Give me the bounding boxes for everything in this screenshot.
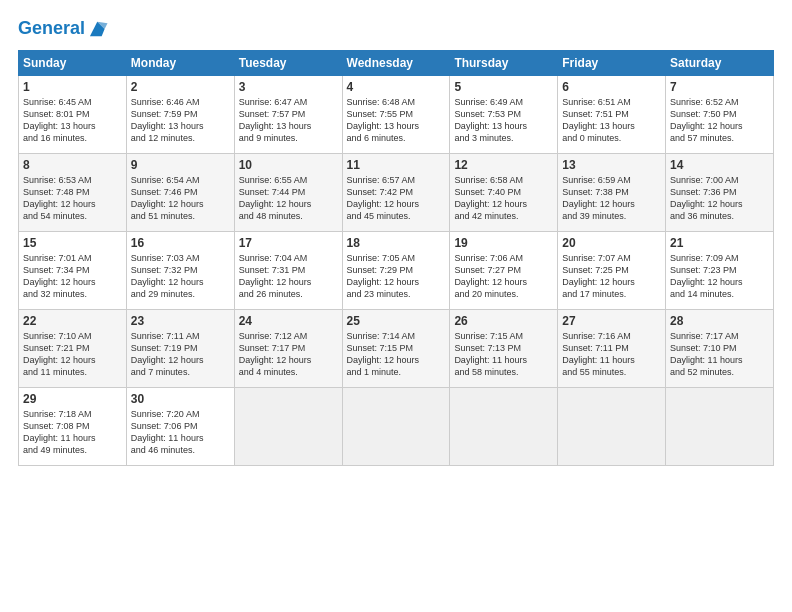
day-number: 3 — [239, 80, 338, 94]
calendar-cell: 19Sunrise: 7:06 AM Sunset: 7:27 PM Dayli… — [450, 232, 558, 310]
calendar-cell: 15Sunrise: 7:01 AM Sunset: 7:34 PM Dayli… — [19, 232, 127, 310]
day-info: Sunrise: 6:55 AM Sunset: 7:44 PM Dayligh… — [239, 174, 338, 223]
header-day-saturday: Saturday — [666, 51, 774, 76]
calendar-cell: 11Sunrise: 6:57 AM Sunset: 7:42 PM Dayli… — [342, 154, 450, 232]
day-info: Sunrise: 7:05 AM Sunset: 7:29 PM Dayligh… — [347, 252, 446, 301]
day-number: 30 — [131, 392, 230, 406]
week-row-5: 29Sunrise: 7:18 AM Sunset: 7:08 PM Dayli… — [19, 388, 774, 466]
calendar-cell: 30Sunrise: 7:20 AM Sunset: 7:06 PM Dayli… — [126, 388, 234, 466]
day-info: Sunrise: 6:46 AM Sunset: 7:59 PM Dayligh… — [131, 96, 230, 145]
day-info: Sunrise: 6:52 AM Sunset: 7:50 PM Dayligh… — [670, 96, 769, 145]
day-info: Sunrise: 7:07 AM Sunset: 7:25 PM Dayligh… — [562, 252, 661, 301]
calendar-cell: 18Sunrise: 7:05 AM Sunset: 7:29 PM Dayli… — [342, 232, 450, 310]
day-number: 7 — [670, 80, 769, 94]
calendar-cell: 14Sunrise: 7:00 AM Sunset: 7:36 PM Dayli… — [666, 154, 774, 232]
logo: General — [18, 18, 109, 40]
day-info: Sunrise: 7:12 AM Sunset: 7:17 PM Dayligh… — [239, 330, 338, 379]
day-info: Sunrise: 6:59 AM Sunset: 7:38 PM Dayligh… — [562, 174, 661, 223]
calendar-cell: 12Sunrise: 6:58 AM Sunset: 7:40 PM Dayli… — [450, 154, 558, 232]
day-number: 8 — [23, 158, 122, 172]
day-info: Sunrise: 7:10 AM Sunset: 7:21 PM Dayligh… — [23, 330, 122, 379]
day-number: 24 — [239, 314, 338, 328]
calendar-cell: 13Sunrise: 6:59 AM Sunset: 7:38 PM Dayli… — [558, 154, 666, 232]
day-number: 9 — [131, 158, 230, 172]
day-number: 6 — [562, 80, 661, 94]
day-number: 28 — [670, 314, 769, 328]
day-info: Sunrise: 7:18 AM Sunset: 7:08 PM Dayligh… — [23, 408, 122, 457]
header-row: SundayMondayTuesdayWednesdayThursdayFrid… — [19, 51, 774, 76]
calendar-cell: 6Sunrise: 6:51 AM Sunset: 7:51 PM Daylig… — [558, 76, 666, 154]
day-info: Sunrise: 6:47 AM Sunset: 7:57 PM Dayligh… — [239, 96, 338, 145]
calendar-cell: 5Sunrise: 6:49 AM Sunset: 7:53 PM Daylig… — [450, 76, 558, 154]
day-number: 19 — [454, 236, 553, 250]
day-number: 26 — [454, 314, 553, 328]
day-number: 20 — [562, 236, 661, 250]
calendar-cell: 26Sunrise: 7:15 AM Sunset: 7:13 PM Dayli… — [450, 310, 558, 388]
header-day-wednesday: Wednesday — [342, 51, 450, 76]
day-number: 4 — [347, 80, 446, 94]
day-info: Sunrise: 6:49 AM Sunset: 7:53 PM Dayligh… — [454, 96, 553, 145]
day-info: Sunrise: 6:57 AM Sunset: 7:42 PM Dayligh… — [347, 174, 446, 223]
week-row-2: 8Sunrise: 6:53 AM Sunset: 7:48 PM Daylig… — [19, 154, 774, 232]
day-info: Sunrise: 7:14 AM Sunset: 7:15 PM Dayligh… — [347, 330, 446, 379]
calendar-cell — [234, 388, 342, 466]
day-info: Sunrise: 7:16 AM Sunset: 7:11 PM Dayligh… — [562, 330, 661, 379]
day-number: 5 — [454, 80, 553, 94]
day-number: 17 — [239, 236, 338, 250]
calendar-cell — [342, 388, 450, 466]
calendar-cell: 21Sunrise: 7:09 AM Sunset: 7:23 PM Dayli… — [666, 232, 774, 310]
calendar-cell: 16Sunrise: 7:03 AM Sunset: 7:32 PM Dayli… — [126, 232, 234, 310]
day-info: Sunrise: 7:17 AM Sunset: 7:10 PM Dayligh… — [670, 330, 769, 379]
logo-text: General — [18, 18, 85, 40]
day-info: Sunrise: 7:15 AM Sunset: 7:13 PM Dayligh… — [454, 330, 553, 379]
day-info: Sunrise: 6:54 AM Sunset: 7:46 PM Dayligh… — [131, 174, 230, 223]
week-row-4: 22Sunrise: 7:10 AM Sunset: 7:21 PM Dayli… — [19, 310, 774, 388]
day-info: Sunrise: 7:20 AM Sunset: 7:06 PM Dayligh… — [131, 408, 230, 457]
calendar-cell: 9Sunrise: 6:54 AM Sunset: 7:46 PM Daylig… — [126, 154, 234, 232]
day-number: 27 — [562, 314, 661, 328]
header: General — [18, 18, 774, 40]
header-day-tuesday: Tuesday — [234, 51, 342, 76]
day-info: Sunrise: 7:01 AM Sunset: 7:34 PM Dayligh… — [23, 252, 122, 301]
header-day-monday: Monday — [126, 51, 234, 76]
calendar-cell: 24Sunrise: 7:12 AM Sunset: 7:17 PM Dayli… — [234, 310, 342, 388]
page: General SundayMondayTuesdayWednesdayThur… — [0, 0, 792, 612]
calendar-cell: 2Sunrise: 6:46 AM Sunset: 7:59 PM Daylig… — [126, 76, 234, 154]
day-info: Sunrise: 7:09 AM Sunset: 7:23 PM Dayligh… — [670, 252, 769, 301]
day-number: 18 — [347, 236, 446, 250]
calendar-cell: 10Sunrise: 6:55 AM Sunset: 7:44 PM Dayli… — [234, 154, 342, 232]
day-number: 29 — [23, 392, 122, 406]
day-info: Sunrise: 6:58 AM Sunset: 7:40 PM Dayligh… — [454, 174, 553, 223]
calendar-cell: 4Sunrise: 6:48 AM Sunset: 7:55 PM Daylig… — [342, 76, 450, 154]
calendar-cell: 25Sunrise: 7:14 AM Sunset: 7:15 PM Dayli… — [342, 310, 450, 388]
calendar-cell — [666, 388, 774, 466]
day-number: 14 — [670, 158, 769, 172]
day-info: Sunrise: 6:45 AM Sunset: 8:01 PM Dayligh… — [23, 96, 122, 145]
calendar-table: SundayMondayTuesdayWednesdayThursdayFrid… — [18, 50, 774, 466]
header-day-thursday: Thursday — [450, 51, 558, 76]
day-number: 11 — [347, 158, 446, 172]
week-row-3: 15Sunrise: 7:01 AM Sunset: 7:34 PM Dayli… — [19, 232, 774, 310]
calendar-cell — [450, 388, 558, 466]
day-info: Sunrise: 7:03 AM Sunset: 7:32 PM Dayligh… — [131, 252, 230, 301]
day-info: Sunrise: 6:51 AM Sunset: 7:51 PM Dayligh… — [562, 96, 661, 145]
calendar-cell: 23Sunrise: 7:11 AM Sunset: 7:19 PM Dayli… — [126, 310, 234, 388]
calendar-cell: 22Sunrise: 7:10 AM Sunset: 7:21 PM Dayli… — [19, 310, 127, 388]
calendar-cell: 28Sunrise: 7:17 AM Sunset: 7:10 PM Dayli… — [666, 310, 774, 388]
week-row-1: 1Sunrise: 6:45 AM Sunset: 8:01 PM Daylig… — [19, 76, 774, 154]
calendar-cell: 20Sunrise: 7:07 AM Sunset: 7:25 PM Dayli… — [558, 232, 666, 310]
calendar-cell: 7Sunrise: 6:52 AM Sunset: 7:50 PM Daylig… — [666, 76, 774, 154]
header-day-friday: Friday — [558, 51, 666, 76]
calendar-cell: 29Sunrise: 7:18 AM Sunset: 7:08 PM Dayli… — [19, 388, 127, 466]
calendar-cell: 17Sunrise: 7:04 AM Sunset: 7:31 PM Dayli… — [234, 232, 342, 310]
day-info: Sunrise: 6:53 AM Sunset: 7:48 PM Dayligh… — [23, 174, 122, 223]
calendar-cell: 1Sunrise: 6:45 AM Sunset: 8:01 PM Daylig… — [19, 76, 127, 154]
day-number: 2 — [131, 80, 230, 94]
day-number: 22 — [23, 314, 122, 328]
day-number: 23 — [131, 314, 230, 328]
day-number: 16 — [131, 236, 230, 250]
day-number: 21 — [670, 236, 769, 250]
day-info: Sunrise: 7:06 AM Sunset: 7:27 PM Dayligh… — [454, 252, 553, 301]
day-info: Sunrise: 7:11 AM Sunset: 7:19 PM Dayligh… — [131, 330, 230, 379]
calendar-cell: 8Sunrise: 6:53 AM Sunset: 7:48 PM Daylig… — [19, 154, 127, 232]
